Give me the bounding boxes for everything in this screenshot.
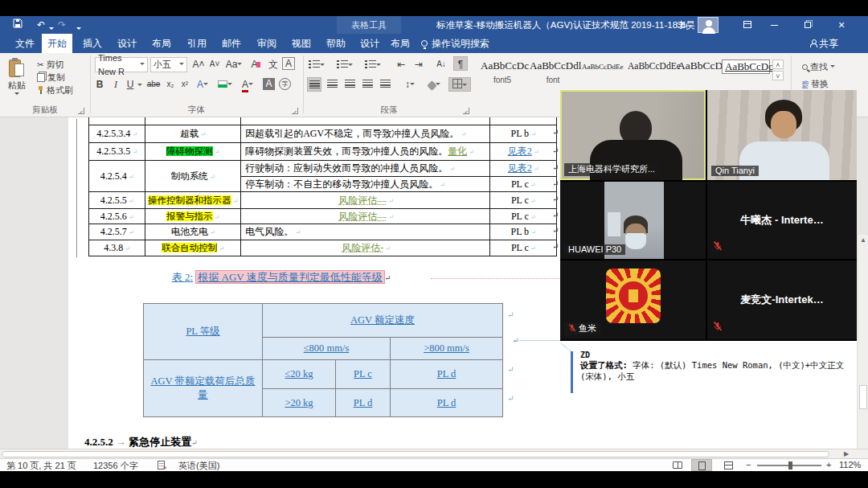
character-border-icon[interactable]: A [282, 57, 295, 70]
tab-mailings[interactable]: 邮件 [216, 34, 247, 53]
find-button[interactable]: 查找 [802, 61, 835, 73]
video-tile-5[interactable]: 鱼米 [560, 260, 706, 339]
scroll-right-icon[interactable]: ▶ [844, 450, 849, 457]
sort-icon[interactable]: A↓ [432, 57, 450, 72]
numbering-icon[interactable] [336, 58, 354, 72]
change-case-icon[interactable]: Aa [224, 57, 244, 72]
ribbon-display-options-icon[interactable] [735, 16, 760, 34]
read-mode-icon[interactable] [667, 459, 688, 471]
line-spacing-icon[interactable]: ↕ [400, 77, 420, 92]
zoom-out-icon[interactable]: − [746, 460, 751, 470]
show-marks-icon[interactable]: ¶ [453, 56, 468, 71]
tab-insert[interactable]: 插入 [77, 34, 108, 53]
tab-file[interactable]: 文件 [10, 34, 39, 53]
copy-button[interactable]: 复制 [37, 72, 65, 84]
multilevel-list-icon[interactable] [364, 58, 382, 72]
clipboard-dialog-launcher[interactable] [78, 108, 84, 114]
tab-review[interactable]: 审阅 [252, 34, 282, 53]
paste-button[interactable]: 粘贴 [8, 58, 26, 97]
phonetic-guide-icon[interactable]: 文 [266, 57, 280, 72]
decrease-indent-icon[interactable]: ⇤ [394, 57, 408, 72]
tab-view[interactable]: 视图 [286, 34, 317, 53]
format-painter-button[interactable]: 格式刷 [37, 84, 73, 96]
page-indicator[interactable]: 第 10 页, 共 21 页 [6, 460, 76, 472]
tell-me-search[interactable]: 操作说明搜索 [421, 34, 526, 53]
style-item-1[interactable]: AaBbCcDc font5 [481, 59, 524, 84]
scroll-up-icon[interactable]: ▲ [858, 236, 868, 244]
word-count[interactable]: 12356 个字 [93, 460, 138, 472]
style-item-6-selected[interactable]: AaBbCcDc [722, 59, 770, 74]
horizontal-scroll-thumb[interactable] [2, 451, 829, 457]
style-item-2[interactable]: AaBbCcDdl font [530, 59, 576, 84]
language-indicator[interactable]: 英语(美国) [178, 460, 219, 472]
text-effects-icon[interactable]: A [195, 77, 210, 92]
avatar[interactable] [698, 17, 719, 33]
font-name-select[interactable]: Times New R [95, 57, 148, 72]
minimize-icon[interactable] [762, 16, 786, 34]
bullets-icon[interactable] [308, 58, 326, 72]
subscript-icon[interactable]: x₂ [163, 77, 178, 92]
video-tile-4[interactable]: 牛曦杰 - Interte… [707, 182, 857, 259]
character-shading-icon[interactable]: A [263, 78, 275, 90]
highlight-color-icon[interactable] [218, 77, 232, 92]
clear-formatting-icon[interactable]: A [248, 57, 263, 72]
vertical-scrollbar[interactable]: ▲ ▼ [857, 235, 868, 449]
bold-icon[interactable]: B [92, 77, 107, 92]
restore-icon[interactable] [796, 16, 820, 34]
font-dialog-launcher[interactable] [292, 108, 298, 114]
font-size-select[interactable]: 小五 [150, 57, 187, 72]
zoom-level[interactable]: 112% [839, 460, 861, 470]
video-tile-1[interactable]: 上海电器科学研究所... [560, 90, 706, 180]
increase-indent-icon[interactable]: ⇥ [411, 57, 426, 72]
redo-icon[interactable]: ↷ [58, 18, 66, 31]
web-layout-icon[interactable] [718, 459, 739, 471]
align-right-icon[interactable] [342, 77, 357, 92]
shrink-font-icon[interactable]: A˅ [207, 57, 222, 72]
user-name[interactable]: 李昊 [677, 19, 695, 31]
horizontal-scrollbar[interactable]: ▶ [0, 449, 868, 458]
cut-button[interactable]: ✂剪切 [37, 59, 63, 71]
video-tile-3[interactable]: HUAWEI P30 [560, 182, 706, 259]
vertical-scroll-thumb[interactable] [859, 385, 867, 409]
underline-caret-icon[interactable] [137, 84, 142, 88]
paragraph-dialog-launcher[interactable] [463, 108, 469, 114]
tab-help[interactable]: 帮助 [321, 34, 351, 53]
print-layout-icon[interactable] [691, 459, 712, 471]
zoom-in-icon[interactable]: + [826, 460, 831, 470]
enclose-characters-icon[interactable]: 字 [279, 78, 291, 90]
style-item-5[interactable]: AaBbCcDc [678, 59, 716, 72]
link-see-table2[interactable]: 见表2 [508, 146, 532, 157]
distribute-icon[interactable] [378, 77, 392, 92]
close-icon[interactable]: × [829, 16, 854, 34]
revision-annotation[interactable]: ZD 设置了格式: 字体: (默认) Times New Roman, (中文)… [580, 350, 860, 382]
save-icon[interactable] [13, 18, 23, 31]
style-item-3[interactable]: AaBbCcDdEe [582, 59, 616, 71]
tab-references[interactable]: 引用 [182, 34, 212, 53]
undo-icon[interactable]: ↶ [37, 18, 45, 31]
align-left-icon[interactable] [307, 77, 321, 92]
link-quantify[interactable]: 量化 [448, 146, 467, 157]
pl-table[interactable]: PL 等级 AGV 额定速度 ≤800 mm/s >800 mm/s AGV 带… [143, 303, 503, 417]
styles-scroll-up-icon[interactable]: ˄ [772, 59, 784, 69]
superscript-icon[interactable]: x² [178, 77, 192, 92]
shading-icon[interactable] [424, 77, 444, 92]
tab-table-design[interactable]: 设计 [355, 34, 384, 53]
tab-table-layout[interactable]: 布局 [386, 34, 415, 53]
link-see-table2[interactable]: 见表2 [508, 162, 532, 174]
underline-icon[interactable]: U [123, 77, 137, 92]
tab-design[interactable]: 设计 [112, 34, 142, 53]
align-center-icon[interactable] [325, 77, 339, 92]
zoom-slider-thumb[interactable] [788, 461, 792, 470]
font-color-icon[interactable]: A [240, 77, 255, 92]
strikethrough-icon[interactable]: abe [144, 77, 163, 92]
replace-button[interactable]: abac 替换 [802, 78, 829, 90]
justify-icon[interactable] [360, 77, 375, 92]
styles-scroll-down-icon[interactable]: ˅ [772, 71, 784, 80]
style-item-4[interactable]: AaBbCcDdEe [628, 59, 669, 71]
borders-icon[interactable] [448, 77, 471, 92]
tab-layout[interactable]: 布局 [146, 34, 177, 53]
italic-icon[interactable]: I [108, 77, 123, 92]
video-tile-6[interactable]: 麦竞文-Intertek… [707, 260, 857, 339]
risk-table[interactable]: 4.2.5.3.4 超载 因超载引起的AGV不稳定，而导致冲撞人员风险。 PL … [88, 117, 557, 256]
grow-font-icon[interactable]: A˄ [191, 57, 206, 72]
